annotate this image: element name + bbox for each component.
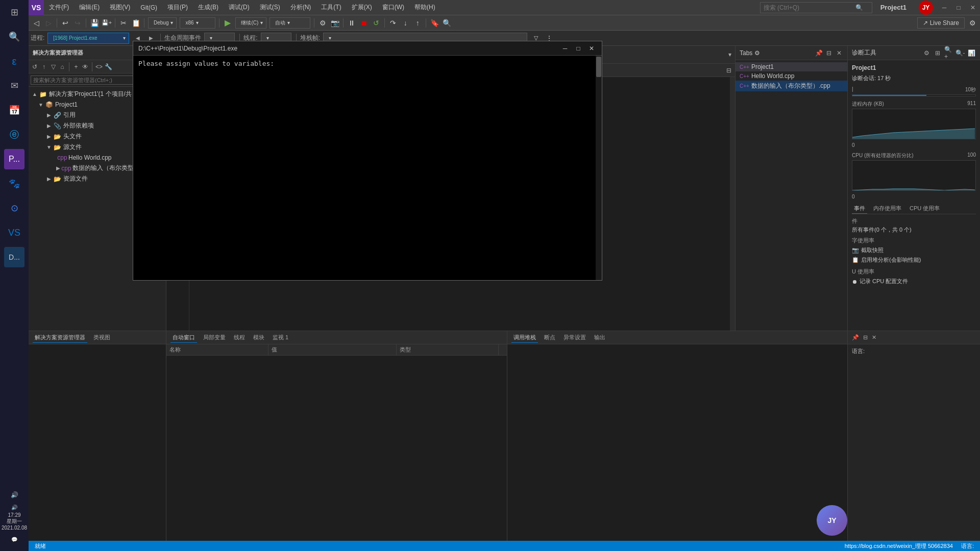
process-dropdown[interactable]: [1968] Project1.exe ▾ — [47, 33, 129, 44]
diag-tab-memory[interactable]: 内存使用率 — [871, 204, 903, 214]
tb-pause[interactable]: ⏸ — [346, 17, 357, 29]
platform-dropdown[interactable]: x86 ▾ — [180, 17, 215, 29]
maximize-button[interactable]: □ — [951, 1, 966, 15]
taskbar-chrome[interactable]: ⊙ — [4, 198, 24, 218]
live-share-button[interactable]: ↗ Live Share — [917, 17, 965, 29]
tb-debug-icons[interactable]: ⚙ — [317, 17, 328, 29]
br-tab-3[interactable]: 异常设置 — [561, 333, 588, 342]
show-all-icon[interactable]: 👁 — [81, 63, 89, 71]
filter-icon[interactable]: ▽ — [49, 63, 57, 71]
diag-zoom-in[interactable]: 🔍+ — [944, 48, 953, 58]
bc-tab-1[interactable]: 自动窗口 — [170, 333, 197, 343]
bc-tab-3[interactable]: 线程 — [232, 333, 247, 342]
tb-redo[interactable]: ↪ — [72, 17, 83, 29]
tb-screenshot[interactable]: 📷 — [329, 17, 340, 29]
diag-chart[interactable]: 📊 — [967, 48, 976, 58]
taskbar-start[interactable]: ⊞ — [4, 2, 24, 22]
br-tab-2[interactable]: 断点 — [542, 333, 557, 342]
tabs-pin[interactable]: 📌 — [815, 49, 823, 57]
menu-file[interactable]: 文件(F) — [44, 0, 74, 15]
home-icon[interactable]: ⌂ — [58, 63, 66, 71]
tb-restart[interactable]: ↺ — [371, 17, 382, 29]
wrench-icon[interactable]: 🔧 — [104, 63, 112, 71]
tb-copy[interactable]: 📋 — [130, 17, 141, 29]
diag-snapshot-btn[interactable]: 📷 截取快照 — [852, 245, 976, 255]
tabs-float[interactable]: ⊟ — [825, 49, 833, 57]
taskbar-mail[interactable]: ✉ — [4, 76, 24, 96]
menu-view[interactable]: 视图(V) — [105, 0, 135, 15]
terminal-maximize[interactable]: □ — [573, 43, 583, 54]
tab-item-project1[interactable]: C++ Project1 — [736, 62, 847, 71]
diag-bottom-icon-close[interactable]: ✕ — [872, 334, 876, 341]
auto-dropdown[interactable]: 自动 ▾ — [270, 17, 310, 29]
tab-overflow[interactable]: ▾ — [725, 46, 735, 63]
split-icon[interactable]: ⊟ — [725, 66, 733, 74]
bl-tab-2[interactable]: 类视图 — [91, 333, 112, 342]
taskbar-vs[interactable]: P... — [4, 149, 24, 169]
search-box[interactable]: 🔍 — [760, 2, 872, 13]
diag-zoom-out[interactable]: 🔍- — [955, 48, 965, 58]
diag-expand[interactable]: ⊞ — [933, 48, 942, 58]
diag-tab-cpu[interactable]: CPU 使用率 — [908, 204, 942, 214]
terminal-scrollbar[interactable] — [596, 56, 602, 280]
taskbar-edge[interactable]: ε — [4, 51, 24, 71]
taskbar-paw[interactable]: 🐾 — [4, 173, 24, 194]
tb-save[interactable]: 💾 — [89, 17, 100, 29]
menu-help[interactable]: 帮助(H) — [409, 0, 440, 15]
menu-test[interactable]: 测试(S) — [255, 0, 285, 15]
search-input[interactable] — [764, 4, 855, 11]
terminal-content[interactable]: Please assign values to variables: — [133, 56, 602, 280]
menu-debug[interactable]: 调试(D) — [224, 0, 255, 15]
minimize-button[interactable]: ─ — [937, 1, 951, 15]
menu-build[interactable]: 生成(B) — [193, 0, 224, 15]
taskbar-vscode[interactable]: VS — [4, 222, 24, 243]
tb-cut[interactable]: ✂ — [118, 17, 129, 29]
tb-start[interactable]: ▶ — [222, 17, 233, 29]
tab-item-data[interactable]: C++ 数据的输入（布尔类型）.cpp — [736, 81, 847, 91]
menu-tools[interactable]: 工具(T) — [316, 0, 346, 15]
collapse-icon[interactable]: ↑ — [40, 63, 48, 71]
tb-step-out[interactable]: ↑ — [412, 17, 423, 29]
taskbar-d[interactable]: D... — [4, 247, 24, 267]
menu-project[interactable]: 项目(P) — [162, 0, 193, 15]
menu-window[interactable]: 窗口(W) — [377, 0, 409, 15]
taskbar-network[interactable]: 🔊 — [7, 487, 22, 503]
menu-edit[interactable]: 编辑(E) — [74, 0, 105, 15]
bc-tab-5[interactable]: 监视 1 — [271, 333, 290, 342]
diag-bottom-icon-pin[interactable]: 📌 — [852, 334, 859, 341]
close-button[interactable]: ✕ — [966, 1, 980, 15]
solution-search[interactable] — [31, 76, 143, 85]
diag-bottom-icon-float[interactable]: ⊟ — [863, 334, 868, 341]
diag-tab-events[interactable]: 事件 — [852, 204, 867, 214]
menu-extensions[interactable]: 扩展(X) — [347, 0, 377, 15]
status-url[interactable]: https://blog.csdn.net/weixin_理理 50662834 — [843, 542, 955, 550]
br-tab-4[interactable]: 输出 — [592, 333, 607, 342]
tb-step-into[interactable]: ↓ — [400, 17, 411, 29]
refresh-icon[interactable]: ↺ — [31, 63, 39, 71]
debug-config-dropdown[interactable]: Debug ▾ — [148, 17, 177, 29]
menu-analyze[interactable]: 分析(N) — [285, 0, 316, 15]
bc-tab-2[interactable]: 局部变量 — [201, 333, 228, 342]
menu-git[interactable]: Git(G) — [135, 0, 162, 15]
bl-tab-1[interactable]: 解决方案资源管理器 — [33, 333, 87, 343]
tb-back[interactable]: ◁ — [31, 17, 42, 29]
tb-save-all[interactable]: 💾+ — [101, 17, 112, 29]
diag-cpu-profile-btn[interactable]: ⏺ 记录 CPU 配置文件 — [852, 277, 976, 286]
taskbar-search[interactable]: 🔍 — [4, 27, 24, 47]
continue-dropdown[interactable]: 继续(C) ▾ — [235, 17, 266, 29]
br-tab-1[interactable]: 调用堆栈 — [511, 333, 538, 343]
status-ready[interactable]: 就绪 — [33, 542, 48, 550]
tb-settings[interactable]: ⚙ — [967, 17, 978, 29]
terminal-minimize[interactable]: ─ — [560, 43, 570, 54]
tb-undo[interactable]: ↩ — [60, 17, 71, 29]
tb-step-over[interactable]: ↷ — [387, 17, 399, 29]
tb-bookmark[interactable]: 🔖 — [429, 17, 440, 29]
tab-item-hello[interactable]: C++ Hello World.cpp — [736, 71, 847, 81]
add-icon[interactable]: + — [72, 63, 80, 71]
terminal-close[interactable]: ✕ — [586, 43, 597, 54]
status-lang[interactable]: 语言: — [959, 542, 976, 550]
taskbar-ie[interactable]: ⓔ — [4, 124, 24, 145]
tb-find[interactable]: 🔍 — [441, 17, 452, 29]
bc-tab-4[interactable]: 模块 — [251, 333, 266, 342]
code-icon[interactable]: <> — [95, 63, 103, 71]
